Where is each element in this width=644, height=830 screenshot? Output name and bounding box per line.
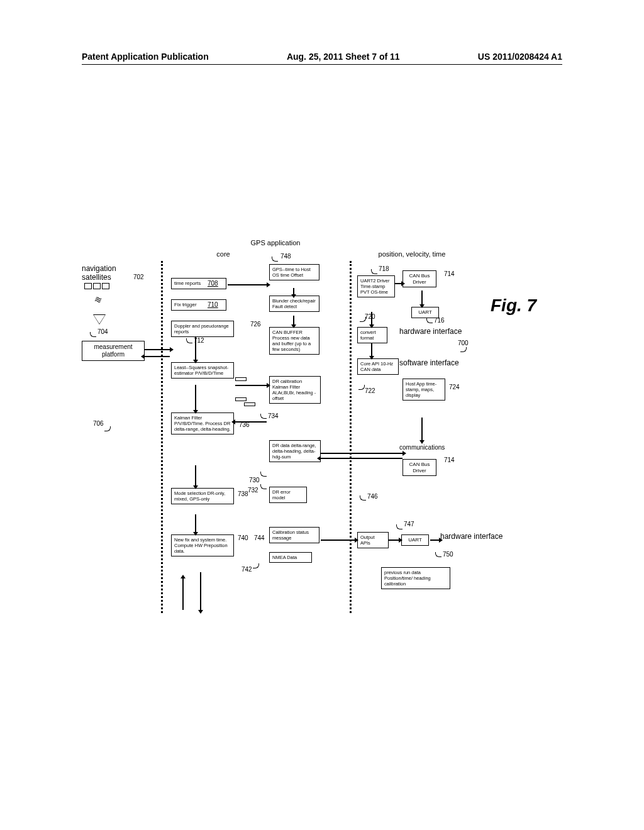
arrow-platform-to-core xyxy=(145,349,170,350)
box-canbus-driver-2: CAN Bus Driver xyxy=(402,459,436,476)
hook-730 xyxy=(260,472,267,477)
box-measurement-platform: measurement platform xyxy=(82,341,145,361)
arrow-kf-down xyxy=(195,465,196,485)
ref-710: 710 xyxy=(208,301,218,308)
ref-724: 724 xyxy=(449,384,460,390)
box-canbus-driver: CAN Bus Driver xyxy=(402,270,436,287)
arrow-hostapp-down xyxy=(421,418,423,440)
hook-700 xyxy=(460,347,467,352)
hook-718 xyxy=(371,269,377,274)
hook-734 xyxy=(260,414,267,419)
label-core: core xyxy=(204,250,242,258)
box-prevrun: previous run data Position/time/ heading… xyxy=(381,567,450,589)
label-hw-if-text: hardware interface xyxy=(399,327,462,336)
ref-730: 730 xyxy=(249,477,260,484)
small-rect-1 xyxy=(235,377,247,381)
box-drcal: DR calibration Kalman Filter Al,Ar,Bl,Br… xyxy=(269,376,321,404)
arrow-offset-down xyxy=(293,288,294,294)
header-center: Aug. 25, 2011 Sheet 7 of 11 xyxy=(287,52,400,62)
box-kalman: Kalman Filter P/V/B/D/Time. Process DR d… xyxy=(171,412,234,434)
arrow-conv-down xyxy=(371,343,372,356)
ref-750: 750 xyxy=(443,551,453,558)
box-newfix: New fix and system time. Compute HW Prep… xyxy=(171,534,234,556)
box-hostapp: Host App time-stamp, maps, display xyxy=(402,379,445,401)
ref-726: 726 xyxy=(250,321,261,328)
small-rect-2 xyxy=(235,397,247,401)
ref-748: 748 xyxy=(280,253,291,260)
ref-746: 746 xyxy=(367,493,378,500)
ref-702: 702 xyxy=(133,274,144,280)
arrow-mode-down xyxy=(195,514,196,532)
arrow-canbus-uart xyxy=(421,290,423,304)
label-nav2: satellites xyxy=(82,273,111,282)
label-sw-if: software interface xyxy=(399,358,459,367)
arrow-drdata-left xyxy=(321,458,402,459)
label-sw-if-text: software interface xyxy=(399,358,459,367)
box-gps-offset: GPS--time to Host OS time Offset xyxy=(269,264,319,280)
hook-742 xyxy=(253,563,259,568)
box-mode: Mode selection DR-only, mixed, GPS-only xyxy=(171,488,234,504)
hook-704 xyxy=(90,332,96,337)
arrow-uart2-down xyxy=(371,312,372,324)
label-comms: communications xyxy=(399,444,445,451)
ref-714: 714 xyxy=(444,270,455,277)
hook-750 xyxy=(435,552,441,557)
box-uart: UART xyxy=(411,307,439,318)
dotted-right xyxy=(350,261,352,613)
hook-732 xyxy=(260,484,267,489)
box-convert-format: convert format xyxy=(357,327,387,343)
arrow-bottom-up xyxy=(182,578,184,610)
arrow-bottom-down xyxy=(200,572,201,610)
label-hw-if2-text: hardware interface xyxy=(440,532,502,541)
arrow-core-to-platform xyxy=(145,356,170,357)
ref-740: 740 xyxy=(238,534,248,541)
arrow-drdata-right xyxy=(321,453,402,454)
hook-716 xyxy=(426,318,433,323)
arrow-doppler-down xyxy=(195,337,196,360)
arrow-time-to-offset xyxy=(228,284,267,285)
arrow-lsq-down xyxy=(195,385,196,410)
box-calstatus: Calibration status message xyxy=(269,527,319,543)
ref-706: 706 xyxy=(93,420,104,427)
ref-714b: 714 xyxy=(444,456,455,463)
header-rule xyxy=(82,64,562,65)
ref-736: 736 xyxy=(239,421,250,428)
arrow-uart-hw xyxy=(430,540,439,541)
header-right: US 2011/0208424 A1 xyxy=(478,52,562,62)
hook-722 xyxy=(358,385,365,390)
satellite-icon xyxy=(84,283,109,289)
arrow-lsq-drcal xyxy=(235,385,267,386)
label-hw-if: hardware interface xyxy=(399,327,462,336)
figure-7-diagram: Fig. 7 GPS application core position, ve… xyxy=(82,239,566,622)
box-lsq: Least--Squares snapshot-estimator P/V/B/… xyxy=(171,362,234,379)
ref-744: 744 xyxy=(254,534,265,541)
label-pvt: position, velocity, time xyxy=(365,250,459,258)
hook-706 xyxy=(104,426,111,431)
dotted-left xyxy=(161,261,163,613)
ref-700: 700 xyxy=(458,340,469,346)
hook-746 xyxy=(360,495,366,501)
arrow-blunder-down xyxy=(293,316,294,324)
ref-722: 722 xyxy=(365,387,375,394)
ref-747: 747 xyxy=(404,521,414,528)
signal-icon: ≋ xyxy=(93,293,104,305)
box-drerr: DR error model xyxy=(269,487,307,503)
small-rect-3 xyxy=(244,402,255,406)
label-nav1: navigation xyxy=(82,264,116,273)
label-hw-if2: hardware interface xyxy=(440,532,502,541)
box-uart2: UART2 Driver Time-stamp PVT OS-time xyxy=(357,275,395,297)
hook-748 xyxy=(272,257,278,262)
ref-708: 708 xyxy=(208,280,218,287)
ref-718: 718 xyxy=(379,265,389,272)
arrow-to-canbus xyxy=(395,283,401,284)
box-doppler: Doppler and pseudorange reports xyxy=(171,321,234,337)
box-output-apis: Output APIs xyxy=(357,532,389,548)
ref-720: 720 xyxy=(365,313,375,320)
arrow-kf-drcal xyxy=(235,421,267,423)
ref-734: 734 xyxy=(268,412,279,419)
header-left: Patent Application Publication xyxy=(82,52,209,62)
arrow-cal-to-output xyxy=(321,540,355,541)
figure-label: Fig. 7 xyxy=(491,296,536,316)
box-drdata: DR data delta-range, delta-heading, delt… xyxy=(269,440,321,462)
ref-738: 738 xyxy=(238,490,248,497)
